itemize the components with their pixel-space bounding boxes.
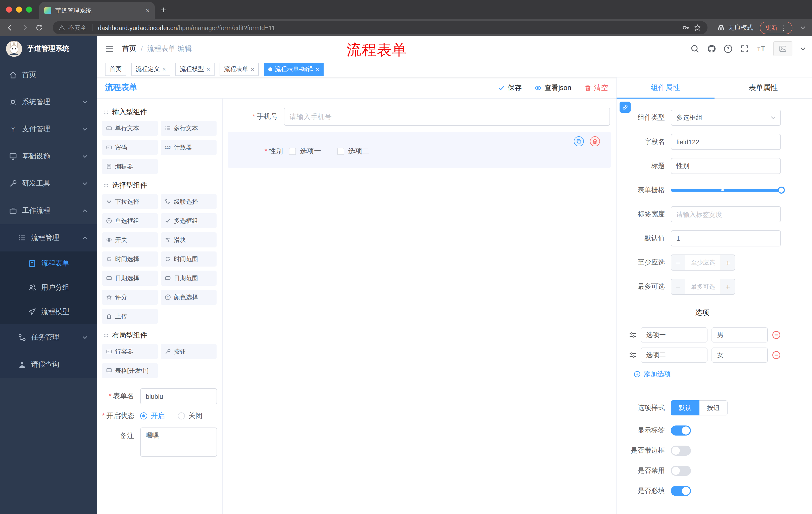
forward-icon[interactable] (21, 24, 29, 32)
min-select-input[interactable] (685, 255, 721, 270)
sidebar-item-system[interactable]: 系统管理 (0, 88, 97, 116)
sidebar-item-task-management[interactable]: 任务管理 (0, 324, 97, 351)
palette-item-table[interactable]: 表格[开发中] (102, 363, 158, 378)
add-option-button[interactable]: 添加选项 (634, 370, 781, 379)
tag-process-form[interactable]: 流程表单× (220, 63, 259, 76)
window-zoom-button[interactable] (26, 6, 32, 12)
default-value-input[interactable] (671, 231, 781, 246)
disabled-switch[interactable] (671, 466, 691, 476)
view-json-button[interactable]: 查看json (535, 83, 571, 92)
fullscreen-icon[interactable] (740, 44, 749, 53)
remove-option-icon[interactable] (772, 330, 781, 340)
palette-item-row-container[interactable]: 行容器 (102, 344, 158, 359)
new-tab-button[interactable]: + (161, 5, 166, 14)
tag-close-icon[interactable]: × (162, 65, 166, 73)
style-button-button[interactable]: 按钮 (699, 400, 728, 415)
option-drag-icon[interactable] (629, 351, 637, 359)
max-select-input[interactable] (685, 279, 721, 294)
component-type-select[interactable]: 多选框组 (671, 110, 781, 126)
clear-button[interactable]: 清空 (584, 83, 608, 92)
window-close-button[interactable] (6, 6, 12, 12)
form-grid-slider[interactable] (671, 182, 781, 198)
palette-item-cascader[interactable]: 级联选择 (161, 194, 216, 209)
sidebar-item-devtools[interactable]: 研发工具 (0, 170, 97, 197)
palette-item-radio-group[interactable]: 单选框组 (102, 213, 158, 228)
palette-item-time-range[interactable]: 时间范围 (161, 251, 216, 267)
breadcrumb-home[interactable]: 首页 (122, 44, 136, 53)
style-default-button[interactable]: 默认 (671, 400, 699, 415)
palette-item-date-range[interactable]: 日期范围 (161, 271, 216, 286)
browser-menu-icon[interactable]: ⋮ (780, 24, 787, 31)
window-minimize-button[interactable] (16, 6, 22, 12)
label-width-input[interactable] (671, 206, 781, 222)
palette-item-select[interactable]: 下拉选择 (102, 194, 158, 209)
status-off-radio[interactable]: 关闭 (178, 411, 203, 421)
save-button[interactable]: 保存 (498, 83, 522, 92)
not-secure-warning-icon[interactable] (59, 25, 65, 31)
palette-item-checkbox-group[interactable]: 多选框组 (161, 213, 216, 228)
option2-value-input[interactable] (712, 348, 768, 362)
remove-option-icon[interactable] (772, 351, 781, 360)
palette-item-switch[interactable]: 开关 (102, 232, 158, 247)
canvas-field-phone[interactable]: *手机号 (228, 106, 611, 128)
sidebar-item-process-model[interactable]: 流程模型 (0, 300, 97, 324)
palette-item-single-line-text[interactable]: 单行文本 (102, 121, 158, 136)
address-bar[interactable]: 不安全 dashboard.yudao.iocoder.cn/bpm/manag… (53, 21, 707, 34)
title-input[interactable] (671, 158, 781, 174)
palette-item-counter[interactable]: 计数器 (161, 140, 216, 155)
tab-component-props[interactable]: 组件属性 (616, 77, 714, 98)
stepper-minus-button[interactable]: − (671, 279, 685, 294)
gender-option2-checkbox[interactable]: 选项二 (337, 147, 369, 156)
reload-icon[interactable] (35, 24, 43, 32)
sidebar-item-home[interactable]: 首页 (0, 61, 97, 88)
palette-item-color-picker[interactable]: 颜色选择 (161, 290, 216, 305)
palette-item-time-picker[interactable]: 时间选择 (102, 251, 158, 267)
font-size-icon[interactable] (757, 44, 766, 53)
canvas-field-gender-selected[interactable]: *性别 选项一 选项二 (228, 132, 611, 168)
tag-process-definition[interactable]: 流程定义× (131, 63, 170, 76)
palette-item-button[interactable]: 按钮 (161, 344, 216, 359)
palette-item-password[interactable]: 密码 (102, 140, 158, 155)
tab-form-props[interactable]: 表单属性 (714, 77, 812, 98)
status-on-radio[interactable]: 开启 (140, 411, 165, 421)
tab-close-icon[interactable]: × (146, 7, 150, 14)
palette-item-date-picker[interactable]: 日期选择 (102, 271, 158, 286)
stepper-minus-button[interactable]: − (671, 255, 685, 270)
tag-process-form-edit[interactable]: 流程表单-编辑× (264, 63, 324, 76)
browser-update-button[interactable]: 更新 ⋮ (760, 21, 792, 34)
palette-item-textarea[interactable]: 多行文本 (161, 121, 216, 136)
password-key-icon[interactable] (682, 24, 690, 32)
border-switch[interactable] (671, 445, 691, 456)
sidebar-item-payment[interactable]: 支付管理 (0, 116, 97, 143)
hamburger-icon[interactable] (105, 44, 114, 53)
sidebar-item-leave-query[interactable]: 请假查询 (0, 351, 97, 378)
sidebar-item-infrastructure[interactable]: 基础设施 (0, 143, 97, 170)
palette-item-rate[interactable]: 评分 (102, 290, 158, 305)
tag-close-icon[interactable]: × (251, 65, 254, 73)
back-icon[interactable] (6, 24, 14, 32)
stepper-plus-button[interactable]: + (721, 255, 735, 270)
avatar-caret-icon[interactable] (800, 46, 806, 52)
phone-input[interactable] (284, 108, 610, 126)
option1-name-input[interactable] (641, 327, 707, 343)
slider-handle[interactable] (778, 187, 785, 194)
delete-component-button[interactable] (590, 136, 600, 146)
bookmark-star-icon[interactable] (693, 24, 701, 32)
copy-link-button[interactable] (619, 102, 631, 113)
palette-item-editor[interactable]: 编辑器 (102, 159, 158, 174)
stepper-plus-button[interactable]: + (721, 279, 735, 294)
palette-item-upload[interactable]: 上传 (102, 309, 158, 324)
tag-home[interactable]: 首页 (105, 63, 126, 76)
show-label-switch[interactable] (671, 426, 691, 436)
form-canvas[interactable]: *手机号 *性别 选项一 (223, 99, 616, 514)
browser-tab[interactable]: 芋道管理系统 × (39, 2, 155, 19)
field-name-input[interactable] (671, 134, 781, 150)
form-name-input[interactable] (140, 388, 217, 404)
toolbar-chevron-icon[interactable] (800, 25, 806, 31)
tag-close-icon[interactable]: × (316, 65, 319, 73)
option-drag-icon[interactable] (629, 331, 637, 339)
user-avatar[interactable] (773, 41, 792, 56)
option2-name-input[interactable] (641, 348, 707, 362)
sidebar-item-process-form[interactable]: 流程表单 (0, 251, 97, 276)
help-icon[interactable] (724, 44, 733, 53)
